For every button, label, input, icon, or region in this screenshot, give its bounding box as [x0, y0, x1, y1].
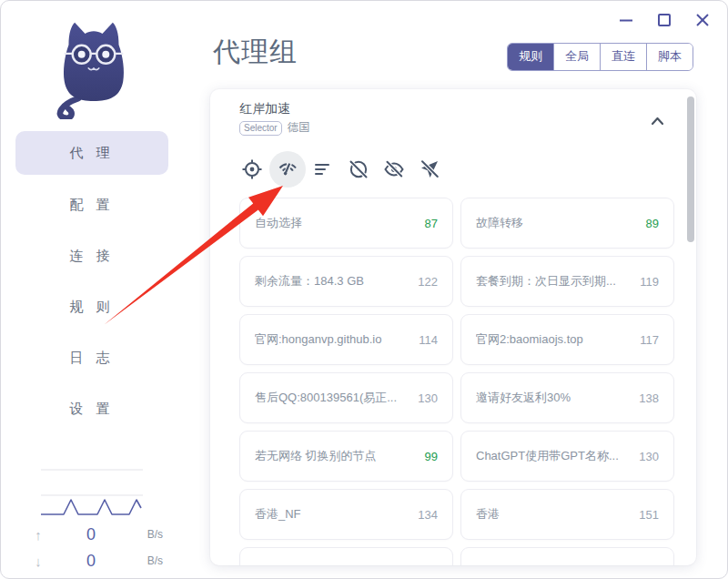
tab-direct[interactable]: 直连: [600, 44, 646, 70]
sidebar-item-profiles[interactable]: 配 置: [15, 183, 168, 227]
proxy-node-card[interactable]: 售后QQ:800139561(易正... 130: [239, 372, 453, 423]
chevron-up-icon[interactable]: [647, 111, 667, 131]
sidebar-item-rules[interactable]: 规 则: [15, 285, 168, 329]
cat-logo: [43, 17, 145, 119]
upload-value: 0: [48, 525, 134, 544]
tab-rule[interactable]: 规则: [508, 44, 553, 70]
proxy-node-card[interactable]: 自动选择 87: [239, 198, 453, 249]
proxy-node-card[interactable]: 套餐到期：次日显示到期... 119: [460, 256, 674, 307]
group-name: 红岸加速: [239, 101, 290, 117]
arrow-down-icon: ↓: [28, 554, 48, 569]
upload-speed: ↑ 0 B/s: [28, 522, 163, 547]
tab-script[interactable]: 脚本: [646, 44, 693, 70]
proxy-node-card[interactable]: [460, 547, 674, 565]
latency-value: 130: [418, 391, 438, 405]
group-subtitle: Selector 德国: [239, 120, 310, 136]
download-value: 0: [48, 552, 134, 571]
latency-value: 99: [425, 450, 438, 463]
sort-icon[interactable]: [305, 151, 341, 188]
download-speed: ↓ 0 B/s: [28, 548, 163, 574]
latency-value: 114: [419, 333, 438, 347]
group-type-badge: Selector: [239, 121, 282, 136]
proxy-node-card[interactable]: [239, 547, 453, 565]
sidebar-item-connections[interactable]: 连 接: [15, 234, 168, 278]
proxy-node-card[interactable]: 官网2:baomiaojs.top 117: [460, 314, 674, 365]
arrow-up-icon: ↑: [28, 527, 48, 543]
locate-icon[interactable]: [234, 151, 270, 188]
proxy-node-card[interactable]: 邀请好友返利30% 138: [460, 372, 674, 423]
latency-value: 117: [640, 333, 659, 347]
sidebar-item-settings[interactable]: 设 置: [15, 387, 168, 431]
proxy-group-panel: 红岸加速 Selector 德国: [210, 89, 696, 565]
page-title: 代理组: [213, 34, 298, 71]
close-icon[interactable]: [691, 8, 714, 32]
latency-value: 119: [640, 275, 659, 289]
near-me-off-icon[interactable]: [411, 151, 448, 188]
upload-unit: B/s: [134, 528, 163, 541]
proxy-node-card[interactable]: 香港 151: [460, 489, 674, 540]
group-selected-node: 德国: [288, 120, 310, 136]
proxy-node-card[interactable]: ChatGPT使用带GPT名称... 130: [460, 431, 674, 482]
latency-value: 87: [425, 217, 438, 230]
latency-value: 89: [646, 217, 659, 230]
sidebar-item-logs[interactable]: 日 志: [15, 336, 168, 380]
mode-tabs: 规则 全局 直连 脚本: [507, 43, 693, 71]
proxy-node-card[interactable]: 若无网络 切换别的节点 99: [239, 431, 453, 482]
speed-test-wifi-icon[interactable]: [269, 151, 306, 188]
sidebar-item-proxies[interactable]: 代 理: [15, 131, 168, 175]
proxy-node-card[interactable]: 剩余流量：184.3 GB 122: [239, 256, 453, 307]
minimize-icon[interactable]: [614, 8, 638, 32]
latency-value: 138: [639, 391, 659, 405]
download-unit: B/s: [134, 554, 163, 567]
proxy-node-card[interactable]: 官网:honganvp.github.io 114: [239, 314, 453, 365]
group-toolbar: [234, 151, 447, 188]
latency-value: 122: [418, 275, 438, 289]
proxy-node-grid: 自动选择 87 故障转移 89 剩余流量：184.3 GB 122 套餐到期：次…: [239, 198, 674, 565]
proxy-node-card[interactable]: 故障转移 89: [460, 198, 674, 249]
titlebar-controls: [614, 8, 714, 32]
scrollbar-thumb[interactable]: [687, 96, 694, 242]
app-window: 代 理 配 置 连 接 规 则 日 志 设 置 ↑ 0 B/s ↓ 0 B/s …: [0, 0, 728, 579]
proxy-node-card[interactable]: 香港_NF 134: [239, 489, 453, 540]
maximize-icon[interactable]: [652, 8, 676, 32]
hide-eye-icon[interactable]: [376, 151, 412, 188]
latency-value: 151: [639, 508, 659, 522]
latency-value: 134: [418, 508, 438, 522]
sidebar: 代 理 配 置 连 接 规 则 日 志 设 置 ↑ 0 B/s ↓ 0 B/s: [1, 1, 210, 578]
wifi-off-icon[interactable]: [340, 151, 377, 188]
tab-global[interactable]: 全局: [553, 44, 600, 70]
latency-value: 130: [639, 450, 659, 463]
traffic-graph: [35, 459, 148, 523]
